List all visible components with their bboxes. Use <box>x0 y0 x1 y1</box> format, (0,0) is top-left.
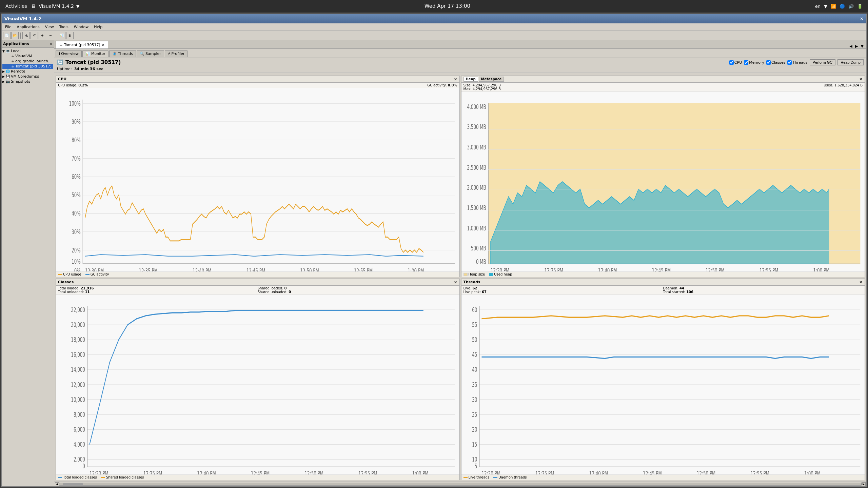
threads-chart-footer: Live threads Daemon threads <box>461 474 865 480</box>
tab-nav-right[interactable]: ▶ <box>854 44 859 48</box>
svg-text:100%: 100% <box>69 100 81 107</box>
left-panel-close[interactable]: ✕ <box>50 42 53 46</box>
heap-tab-heap[interactable]: Heap <box>463 77 478 82</box>
tree-arrow-coredumps: ▶ <box>2 75 6 78</box>
threads-legend-live-label: Live threads <box>469 475 490 479</box>
menu-window[interactable]: Window <box>72 24 91 30</box>
tree-item-local[interactable]: ▼ 💻 Local <box>2 48 53 54</box>
uptime-value: 34 min 36 sec <box>74 67 103 71</box>
cpu-checkbox-label[interactable]: CPU <box>729 60 742 65</box>
menu-help[interactable]: Help <box>92 24 104 30</box>
heap-legend-used-label: Used heap <box>494 272 512 276</box>
scroll-left-arrow[interactable]: ◀ <box>55 482 59 486</box>
scroll-track[interactable] <box>59 483 862 486</box>
tab-tomcat[interactable]: ☕ Tomcat (pid 30517) ✕ <box>56 41 108 48</box>
scroll-right-arrow[interactable]: ▶ <box>862 482 866 486</box>
tab-nav-left[interactable]: ◀ <box>848 44 854 48</box>
svg-text:12:30 PM: 12:30 PM <box>85 267 104 271</box>
classes-checkbox-label[interactable]: Classes <box>766 60 785 65</box>
svg-text:12:35 PM: 12:35 PM <box>535 470 554 474</box>
tree-item-tomcat[interactable]: ☕ Tomcat (pid 30517) <box>2 64 53 69</box>
heap-close-icon[interactable]: ✕ <box>859 77 863 82</box>
menu-view[interactable]: View <box>43 24 56 30</box>
tree-item-remote[interactable]: ▶ 🌐 Remote <box>2 69 53 74</box>
svg-text:30%: 30% <box>72 228 80 236</box>
tab-threads[interactable]: 🧵 Threads <box>109 50 136 57</box>
heap-chart-header: Heap Metaspace ✕ <box>461 76 865 83</box>
toolbar-new-btn[interactable]: 📄 <box>3 32 11 39</box>
svg-text:0: 0 <box>82 462 85 470</box>
cpu-usage-stat: CPU usage: 0.2% <box>58 83 88 87</box>
tab-nav-down[interactable]: ▼ <box>860 44 865 48</box>
toolbar-chart-btn[interactable]: 📊 <box>58 32 65 39</box>
svg-text:12:35 PM: 12:35 PM <box>143 470 162 474</box>
toolbar-add-btn[interactable]: + <box>39 32 46 39</box>
classes-chart-svg: 22,000 20,000 18,000 16,000 14,000 12,00… <box>56 295 459 474</box>
cpu-close-icon[interactable]: ✕ <box>454 77 457 82</box>
threads-checkbox[interactable] <box>787 60 792 65</box>
threads-peak-stat: Live peak: 67 <box>463 290 663 294</box>
perform-gc-button[interactable]: Perform GC <box>810 59 836 65</box>
classes-legend-total-label: Total loaded classes <box>63 475 97 479</box>
threads-close-icon[interactable]: ✕ <box>859 280 863 285</box>
tree-item-coredumps[interactable]: ▶ 💾 VM Coredumps <box>2 74 53 79</box>
svg-text:12:55 PM: 12:55 PM <box>750 470 769 474</box>
heap-dump-button[interactable]: Heap Dump <box>837 59 864 65</box>
toolbar-open-btn[interactable]: 📂 <box>11 32 19 39</box>
tab-profiler[interactable]: ⚡ Profiler <box>165 50 188 57</box>
classes-chart-stats: Total loaded: 21,916 Shared loaded: 0 To… <box>56 286 459 295</box>
tab-monitor[interactable]: 📊 Monitor <box>82 50 108 57</box>
wifi-icon: 📶 <box>831 4 836 9</box>
monitor-options: CPU Memory Classes Threads Perform GC He… <box>729 59 864 65</box>
svg-text:12:40 PM: 12:40 PM <box>589 470 608 474</box>
window-close-button[interactable]: ✕ <box>860 16 864 21</box>
classes-legend-shared-color <box>101 477 105 478</box>
app-indicator-label[interactable]: VisualVM 1.4.2 <box>39 3 74 9</box>
tree-label-tomcat: Tomcat (pid 30517) <box>15 64 52 68</box>
monitor-title-text: Tomcat (pid 30517) <box>65 59 121 65</box>
svg-text:12:50 PM: 12:50 PM <box>696 470 715 474</box>
toolbar-clear-btn[interactable]: 🗑 <box>66 32 74 39</box>
tab-overview[interactable]: ℹ Overview <box>56 50 82 57</box>
cpu-checkbox[interactable] <box>729 60 734 65</box>
app-indicator-arrow[interactable]: ▼ <box>76 3 80 9</box>
tab-tomcat-close[interactable]: ✕ <box>102 43 104 47</box>
tree-icon-local: 💻 <box>6 49 10 53</box>
svg-text:12:40 PM: 12:40 PM <box>197 470 216 474</box>
heap-tab-metaspace[interactable]: Metaspace <box>479 77 504 82</box>
applications-label: Applications <box>3 42 29 46</box>
memory-checkbox-label[interactable]: Memory <box>744 60 764 65</box>
tree-item-snapshots[interactable]: ▶ 📷 Snapshots <box>2 79 53 84</box>
threads-checkbox-label[interactable]: Threads <box>787 60 807 65</box>
svg-text:35: 35 <box>472 381 477 388</box>
classes-checkbox[interactable] <box>766 60 771 65</box>
system-bar-right: en ▼ 📶 🔵 🔊 🔋 <box>815 4 863 9</box>
system-bar-left: Activities 🖥 VisualVM 1.4.2 ▼ <box>5 3 80 9</box>
locale-label[interactable]: en <box>815 4 821 9</box>
svg-text:12:50 PM: 12:50 PM <box>300 267 319 271</box>
toolbar-refresh-btn[interactable]: ↺ <box>31 32 38 39</box>
tree-item-visualvm[interactable]: ☕ VisualVM <box>2 54 53 59</box>
system-bar-center: Wed Apr 17 13:00 <box>425 3 470 9</box>
toolbar-remove-btn[interactable]: − <box>47 32 54 39</box>
menu-applications[interactable]: Applications <box>15 24 41 30</box>
toolbar-connect-btn[interactable]: 🔌 <box>22 32 30 39</box>
main-window: VisualVM 1.4.2 ✕ File Applications View … <box>1 14 867 487</box>
monitor-label: Monitor <box>91 52 105 56</box>
heap-chart-panel: Heap Metaspace ✕ Size: 4,294,967,296 B U… <box>461 76 865 277</box>
locale-arrow[interactable]: ▼ <box>824 4 827 9</box>
tree-item-gradle[interactable]: ☕ org.gradle.launcher.daemo... <box>2 59 53 64</box>
activities-button[interactable]: Activities <box>5 3 27 9</box>
menu-file[interactable]: File <box>3 24 13 30</box>
tree-label-remote: Remote <box>11 69 25 74</box>
tree-label-snapshots: Snapshots <box>11 79 30 84</box>
threads-legend-daemon-label: Daemon threads <box>498 475 527 479</box>
svg-text:1:00 PM: 1:00 PM <box>412 470 429 474</box>
memory-checkbox[interactable] <box>744 60 748 65</box>
tree-area[interactable]: ▼ 💻 Local ☕ VisualVM ☕ org.gradle.launch… <box>2 48 54 486</box>
tab-sampler[interactable]: 🔍 Sampler <box>137 50 164 57</box>
profiler-icon: ⚡ <box>168 52 171 56</box>
scroll-thumb[interactable] <box>63 483 83 485</box>
classes-close-icon[interactable]: ✕ <box>454 280 457 285</box>
menu-tools[interactable]: Tools <box>57 24 71 30</box>
